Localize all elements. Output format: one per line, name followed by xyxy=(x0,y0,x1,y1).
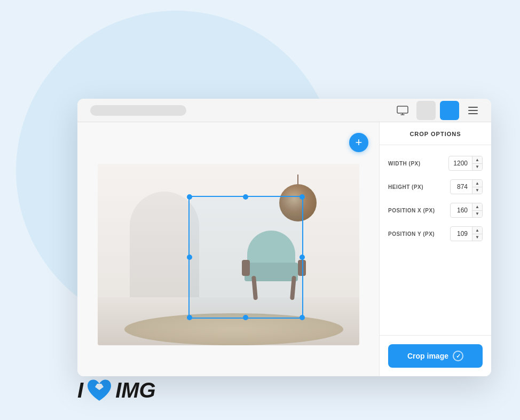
position-x-up-btn[interactable]: ▲ xyxy=(472,203,482,211)
add-button[interactable]: + xyxy=(349,133,368,152)
menu-button[interactable] xyxy=(463,101,483,120)
crop-options-panel: CROP OPTIONS WIDTH (PX) 1200 ▲ ▼ HEIG xyxy=(379,122,491,376)
height-value: 874 xyxy=(451,183,472,191)
width-up-btn[interactable]: ▲ xyxy=(472,156,482,164)
crop-handle-top-left[interactable] xyxy=(187,194,192,200)
position-y-spinners[interactable]: ▲ ▼ xyxy=(472,227,482,241)
crop-check-icon: ✓ xyxy=(453,351,463,361)
height-down-btn[interactable]: ▼ xyxy=(472,187,482,194)
content-area: + xyxy=(77,122,491,376)
crop-image-button[interactable]: Crop image ✓ xyxy=(388,344,483,368)
title-bar xyxy=(77,99,491,122)
width-down-btn[interactable]: ▼ xyxy=(472,164,482,171)
app-window: + xyxy=(77,99,491,376)
title-bar-icons xyxy=(393,101,483,120)
url-bar xyxy=(90,105,186,116)
crop-handle-bottom-center[interactable] xyxy=(243,315,248,320)
logo-heart-icon xyxy=(85,376,113,404)
position-x-value: 160 xyxy=(451,207,472,214)
crop-handle-mid-left[interactable] xyxy=(187,255,192,260)
position-x-input[interactable]: 160 ▲ ▼ xyxy=(450,203,483,218)
crop-panel-title: CROP OPTIONS xyxy=(380,122,491,145)
view-toggle-button[interactable] xyxy=(416,101,436,120)
width-label: WIDTH (PX) xyxy=(388,161,421,167)
height-label: HEIGHT (PX) xyxy=(388,184,423,190)
room-image xyxy=(98,164,359,345)
width-option-row: WIDTH (PX) 1200 ▲ ▼ xyxy=(380,152,491,175)
height-input[interactable]: 874 ▲ ▼ xyxy=(450,179,483,194)
crop-handle-top-center[interactable] xyxy=(243,194,248,200)
width-value: 1200 xyxy=(449,160,472,167)
editor-panel: + xyxy=(77,122,379,376)
position-y-label: POSITION Y (PX) xyxy=(388,231,435,237)
height-spinners[interactable]: ▲ ▼ xyxy=(472,180,482,194)
svg-rect-0 xyxy=(397,106,408,113)
logo-area: I IMG xyxy=(77,376,156,404)
position-x-option-row: POSITION X (PX) 160 ▲ ▼ xyxy=(380,199,491,222)
width-input[interactable]: 1200 ▲ ▼ xyxy=(448,156,483,171)
crop-options-list: WIDTH (PX) 1200 ▲ ▼ HEIGHT (PX) 874 xyxy=(380,145,491,335)
position-y-value: 109 xyxy=(451,230,472,237)
crop-handle-bottom-left[interactable] xyxy=(187,315,192,320)
active-view-button[interactable] xyxy=(440,101,459,120)
position-y-input[interactable]: 109 ▲ ▼ xyxy=(450,226,483,241)
logo-i: I xyxy=(77,378,83,402)
position-y-down-btn[interactable]: ▼ xyxy=(472,234,482,241)
position-x-label: POSITION X (PX) xyxy=(388,208,435,213)
logo-img: IMG xyxy=(115,378,156,402)
position-y-up-btn[interactable]: ▲ xyxy=(472,227,482,234)
crop-handle-bottom-right[interactable] xyxy=(300,315,305,320)
crop-action-area: Crop image ✓ xyxy=(380,335,491,376)
position-x-down-btn[interactable]: ▼ xyxy=(472,211,482,218)
width-spinners[interactable]: ▲ ▼ xyxy=(472,156,482,170)
crop-image-label: Crop image xyxy=(407,352,448,360)
height-up-btn[interactable]: ▲ xyxy=(472,180,482,187)
position-x-spinners[interactable]: ▲ ▼ xyxy=(472,203,482,217)
monitor-icon[interactable] xyxy=(393,101,412,120)
crop-handle-top-right[interactable] xyxy=(300,194,305,200)
crop-selection[interactable] xyxy=(188,196,303,319)
position-y-option-row: POSITION Y (PX) 109 ▲ ▼ xyxy=(380,222,491,245)
crop-handle-mid-right[interactable] xyxy=(300,255,305,260)
height-option-row: HEIGHT (PX) 874 ▲ ▼ xyxy=(380,175,491,199)
image-container xyxy=(98,164,359,345)
